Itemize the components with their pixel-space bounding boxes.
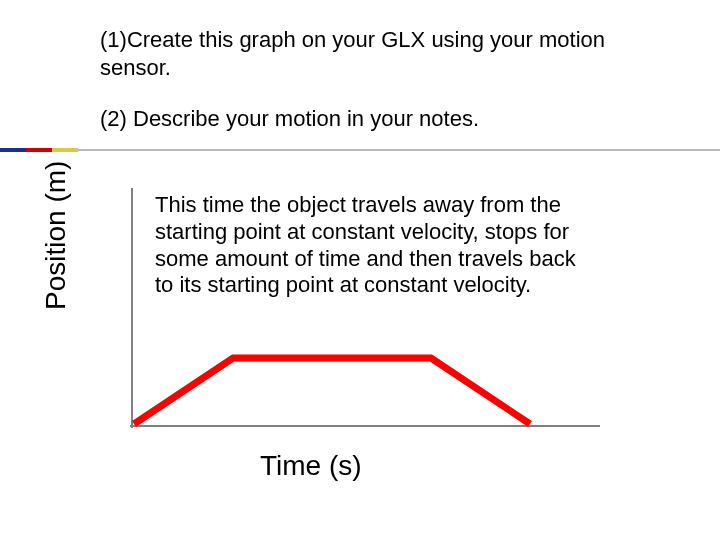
x-axis-label: Time (s)	[260, 450, 362, 482]
accent-segment-blue	[0, 148, 26, 152]
accent-segment-red	[26, 148, 52, 152]
slide: (1)Create this graph on your GLX using y…	[0, 0, 720, 540]
instruction-2: (2) Describe your motion in your notes.	[100, 105, 640, 133]
title-block: (1)Create this graph on your GLX using y…	[100, 26, 640, 133]
data-line	[134, 358, 530, 424]
accent-rule	[0, 148, 720, 152]
instruction-1: (1)Create this graph on your GLX using y…	[100, 26, 640, 81]
y-axis-label: Position (m)	[40, 161, 72, 310]
accent-segment-gray	[78, 149, 720, 151]
motion-description: This time the object travels away from t…	[155, 192, 595, 299]
accent-segment-yellow	[52, 148, 78, 152]
